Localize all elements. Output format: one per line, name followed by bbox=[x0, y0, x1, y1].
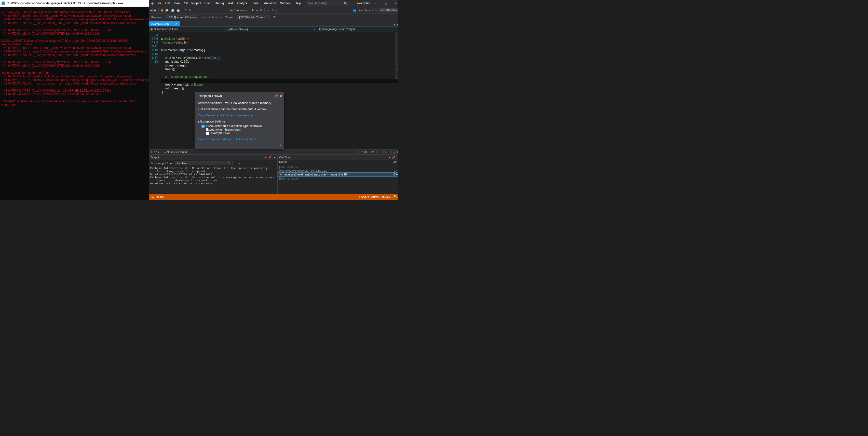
console-window: C:\MSDN\cpp-docs-pr\docs\c-language\ASAN… bbox=[0, 0, 149, 200]
process-label: Process: bbox=[151, 16, 162, 19]
tab-fullscreen-icon[interactable]: ⊞ bbox=[397, 23, 398, 26]
menu-edit[interactable]: Edit bbox=[165, 2, 170, 5]
debug-toolbar: Process: [11744] example2.exe▾ Lifecycle… bbox=[149, 14, 398, 21]
menu-build[interactable]: Build bbox=[205, 2, 211, 5]
liveshare-button[interactable]: Live Share bbox=[358, 9, 371, 12]
editor-statusbar: 111 % ▾ ● No issues found Ln: 13 Ch: 3 S… bbox=[149, 149, 398, 154]
pin-icon[interactable]: 📌 bbox=[170, 23, 174, 25]
menu-test[interactable]: Test bbox=[227, 2, 233, 5]
zoom-level[interactable]: 111 % ▾ bbox=[151, 151, 161, 154]
vs-titlebar: ◆ File Edit View Git Project Build Debug… bbox=[149, 0, 398, 7]
pin-icon[interactable]: 📌 bbox=[268, 156, 272, 159]
callstack-rows: [External Code] example2.exe!free(void *… bbox=[278, 165, 398, 194]
tab-example2-cpp[interactable]: example2.cpp 📌 ✕ bbox=[149, 21, 180, 26]
stack-row[interactable]: example2.exe!free(void * ptr) Line 111C+… bbox=[278, 169, 398, 173]
search-placeholder: Search (Ctrl+Q) bbox=[308, 2, 327, 5]
menu-help[interactable]: Help bbox=[295, 2, 301, 5]
thread-combo[interactable]: [32260] Main Thread▾ bbox=[237, 15, 271, 19]
break-checkbox-input[interactable] bbox=[202, 125, 205, 128]
side-toolwindow-tabs: Solution Explorer Team Explorer bbox=[395, 32, 398, 79]
undo-icon[interactable]: ↶ bbox=[184, 9, 187, 12]
process-combo[interactable]: [11744] example2.exe▾ bbox=[165, 15, 198, 19]
editor-tabs: example2.cpp 📌 ✕ ▾ ⊞ bbox=[149, 21, 398, 27]
menu-window[interactable]: Window bbox=[280, 2, 291, 5]
except-item[interactable]: example2.exe bbox=[206, 131, 281, 135]
dropdown-icon[interactable]: ▾ bbox=[389, 156, 390, 159]
console-title: C:\MSDN\cpp-docs-pr\docs\c-language\ASAN… bbox=[7, 2, 123, 5]
nav-scope[interactable]: (Global Scope)▾ bbox=[228, 28, 317, 31]
output-text[interactable]: RichNav Information: 0 : No workspace fo… bbox=[149, 166, 277, 194]
save-all-icon[interactable]: 💾 bbox=[177, 9, 180, 12]
save-icon[interactable]: 💾 bbox=[171, 9, 175, 12]
indent-mode[interactable]: SPC bbox=[381, 151, 388, 154]
int-preview-badge: INT PREVIEW bbox=[379, 8, 398, 12]
close-icon[interactable]: ✕ bbox=[280, 94, 282, 98]
step-into-icon[interactable]: → bbox=[267, 9, 270, 12]
maximize-button[interactable]: ▢ bbox=[380, 0, 391, 7]
output-source-combo[interactable]: RichNav▾ bbox=[175, 161, 231, 165]
nav-fwd-icon[interactable]: ▶ bbox=[154, 9, 156, 12]
menu-view[interactable]: View bbox=[174, 2, 180, 5]
new-project-icon[interactable]: ▣ bbox=[161, 9, 163, 12]
break-checkbox[interactable]: Break when this exception type is thrown bbox=[202, 124, 281, 128]
col-name[interactable]: Name bbox=[279, 160, 391, 165]
sidetab-solution-explorer[interactable]: Solution Explorer bbox=[395, 32, 398, 57]
dropdown-icon[interactable]: ▾ bbox=[265, 156, 267, 159]
menu-extensions[interactable]: Extensions bbox=[261, 2, 277, 5]
tab-close-icon[interactable]: ✕ bbox=[175, 22, 177, 26]
vs-statusbar: ▭ Ready ↑ Add to Source Control ▴ 🔔2 bbox=[149, 194, 398, 200]
feedback-icon[interactable]: ☺ bbox=[374, 9, 377, 12]
callstack-title: Call Stack bbox=[279, 156, 292, 159]
exception-settings-header[interactable]: ▴ Exception Settings bbox=[198, 120, 281, 123]
minimize-button[interactable]: — bbox=[370, 0, 380, 7]
menu-analyze[interactable]: Analyze bbox=[237, 2, 248, 5]
menu-project[interactable]: Project bbox=[191, 2, 201, 5]
exe-icon bbox=[2, 2, 5, 5]
flag-icon[interactable]: ⚑ bbox=[273, 15, 276, 19]
stop-icon[interactable]: ■ bbox=[256, 9, 258, 12]
open-exception-settings-link[interactable]: Open Exception Settings bbox=[198, 137, 231, 141]
redo-icon[interactable]: ↷ bbox=[189, 9, 191, 12]
nav-project[interactable]: ▣ Miscellaneous Files▾ bbox=[149, 28, 228, 31]
tab-dropdown-icon[interactable]: ▾ bbox=[394, 23, 396, 26]
notifications-icon[interactable]: 🔔2 bbox=[393, 195, 398, 199]
restart-icon[interactable]: ⟳ bbox=[260, 9, 262, 12]
stack-row[interactable]: [External Code] bbox=[278, 177, 398, 180]
lifecycle-events[interactable]: Lifecycle Events ▾ bbox=[200, 16, 223, 19]
stack-row-current[interactable]: ➤example2.exe!main(int argc, char * * ar… bbox=[278, 173, 398, 177]
step-over-icon[interactable]: ↷ bbox=[272, 9, 274, 12]
output-title: Output bbox=[151, 156, 159, 159]
clear-icon[interactable]: ☰ bbox=[234, 161, 237, 165]
nav-function[interactable]: ◧ main(int argc, char ** argv)▾ bbox=[317, 28, 398, 31]
pin-icon[interactable]: 📌 bbox=[274, 94, 278, 98]
caret-line: Ln: 13 bbox=[359, 151, 367, 154]
menu-debug[interactable]: Debug bbox=[215, 2, 224, 5]
except-item-checkbox[interactable] bbox=[206, 132, 209, 135]
edit-conditions-link[interactable]: Edit Conditions bbox=[236, 137, 257, 141]
close-icon[interactable]: ✕ bbox=[273, 156, 276, 159]
close-icon[interactable]: ✕ bbox=[397, 156, 398, 159]
continue-button[interactable]: ▶ Continue ▾ bbox=[230, 9, 247, 12]
search-box[interactable]: Search (Ctrl+Q) 🔍 bbox=[306, 1, 349, 6]
open-file-icon[interactable]: 📂 bbox=[165, 9, 169, 12]
window-buttons: — ▢ ✕ bbox=[370, 0, 398, 7]
stack-row[interactable]: [External Code] bbox=[278, 165, 398, 169]
sidetab-team-explorer[interactable]: Team Explorer bbox=[395, 57, 398, 79]
lineending-mode[interactable]: CRLF bbox=[392, 151, 398, 154]
console-titlebar[interactable]: C:\MSDN\cpp-docs-pr\docs\c-language\ASAN… bbox=[0, 0, 149, 7]
pin-icon[interactable]: 📌 bbox=[392, 156, 395, 159]
nav-back-icon[interactable]: ◀ bbox=[150, 9, 152, 12]
start-liveshare-link[interactable]: Start Live Share session... bbox=[220, 114, 255, 117]
copy-details-link[interactable]: Copy Details bbox=[198, 114, 215, 117]
menu-tools[interactable]: Tools bbox=[251, 2, 258, 5]
col-lang[interactable]: Lang bbox=[393, 160, 398, 165]
resize-grip-icon[interactable]: ◢ bbox=[198, 144, 281, 147]
except-from-label: Except when thrown from: bbox=[206, 128, 281, 131]
break-all-icon[interactable]: ⏸ bbox=[251, 9, 254, 12]
step-out-icon[interactable]: ↑ bbox=[276, 9, 277, 12]
close-button[interactable]: ✕ bbox=[391, 0, 398, 7]
wordwrap-icon[interactable]: ↲ bbox=[238, 161, 241, 165]
menu-file[interactable]: File bbox=[156, 2, 161, 5]
menu-git[interactable]: Git bbox=[184, 2, 188, 5]
add-source-control[interactable]: ↑ Add to Source Control ▴ bbox=[359, 195, 391, 199]
